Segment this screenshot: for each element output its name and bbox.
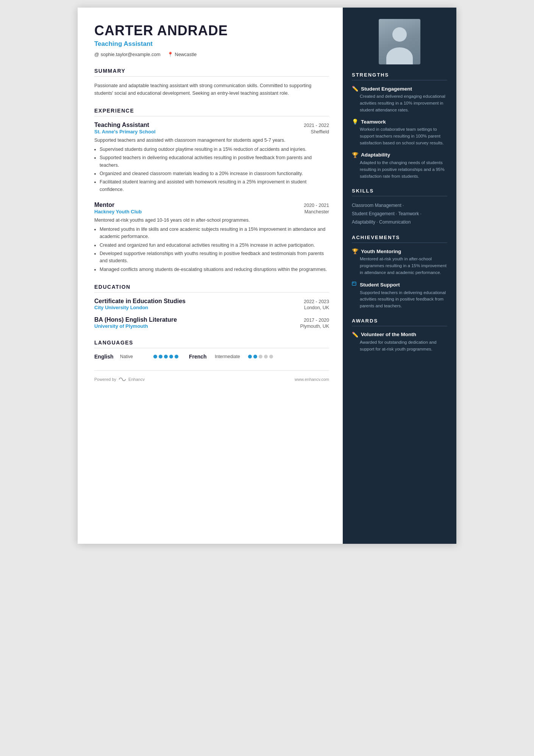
achievement-header-1: 🏆 Youth Mentoring [352, 248, 447, 254]
exp-dates-2: 2020 - 2021 [304, 203, 329, 208]
edu-dates-1: 2022 - 2023 [304, 299, 329, 304]
education-title: EDUCATION [94, 284, 329, 290]
education-divider [94, 292, 329, 293]
location-contact: 📍 Newcastle [167, 52, 197, 57]
achievements-title: ACHIEVEMENTS [352, 235, 447, 240]
strength-header-3: 🏆 Adaptability [352, 152, 447, 158]
email-icon: @ [94, 52, 99, 57]
experience-section: EXPERIENCE Teaching Assistant 2021 - 202… [94, 108, 329, 273]
strength-title-1: Student Engagement [361, 86, 412, 92]
dot-f1 [248, 355, 252, 358]
exp-location-2: Manchester [304, 209, 329, 214]
achievement-title-2: Student Support [360, 282, 400, 288]
summary-divider [94, 76, 329, 77]
skills-title: SKILLS [352, 188, 447, 194]
languages-row: English Native French Intermediate [94, 354, 329, 360]
achievement-title-1: Youth Mentoring [361, 249, 401, 254]
strength-title-2: Teamwork [361, 119, 386, 125]
exp-desc-2: Mentored at-risk youths aged 10-16 years… [94, 217, 329, 224]
footer-url: www.enhancv.com [295, 377, 329, 382]
award-icon-1: ✏️ [352, 332, 358, 338]
edu-degree-1: Certificate in Education Studies [94, 298, 186, 305]
edu-dates-2: 2017 - 2020 [304, 318, 329, 323]
strength-icon-3: 🏆 [352, 152, 358, 158]
skill-5: Communication [379, 219, 411, 225]
skill-3: Teamwork [398, 211, 419, 216]
languages-title: LANGUAGES [94, 340, 329, 346]
dot-3 [164, 355, 168, 358]
edu-school-row-2: University of Plymouth Plymouth, UK [94, 323, 329, 329]
skill-sep-4: · [375, 219, 379, 225]
exp-header-1: Teaching Assistant 2021 - 2022 [94, 122, 329, 128]
enhancv-logo-icon [119, 377, 126, 382]
strengths-title: STRENGTHS [352, 72, 447, 78]
achievement-item-1: 🏆 Youth Mentoring Mentored at-risk youth… [352, 248, 447, 276]
achievement-icon-2 [352, 282, 357, 288]
strength-title-3: Adaptability [361, 152, 390, 158]
exp-bullet-1-3: Organized and cleaned classroom material… [100, 170, 329, 177]
candidate-name: CARTER ANDRADE [94, 23, 329, 39]
svg-rect-0 [352, 282, 356, 285]
language-english: English Native [94, 354, 178, 360]
powered-by: Powered by Enhancv [94, 377, 145, 382]
skill-1: Classroom Management [352, 203, 401, 208]
strength-header-1: ✏️ Student Engagement [352, 86, 447, 92]
page-footer: Powered by Enhancv www.enhancv.com [94, 370, 329, 382]
skill-2: Student Engagement [352, 211, 395, 216]
awards-divider [352, 326, 447, 326]
skill-sep-3: · [419, 211, 422, 216]
lang-dots-french [248, 355, 273, 358]
exp-company-1: St. Anne's Primary School [94, 129, 156, 135]
email-contact: @ sophie.taylor@example.com [94, 52, 161, 57]
edu-header-1: Certificate in Education Studies 2022 - … [94, 298, 329, 305]
location-value: Newcastle [175, 52, 197, 57]
resume-wrapper: CARTER ANDRADE Teaching Assistant @ soph… [78, 8, 456, 544]
summary-text: Passionate and adaptable teaching assist… [94, 82, 329, 97]
left-column: CARTER ANDRADE Teaching Assistant @ soph… [78, 8, 343, 544]
edu-school-2: University of Plymouth [94, 323, 148, 329]
exp-header-2: Mentor 2020 - 2021 [94, 202, 329, 208]
dot-f2 [253, 355, 257, 358]
awards-section: AWARDS ✏️ Volunteer of the Month Awarded… [352, 318, 447, 353]
dot-f4 [264, 355, 268, 358]
skill-sep-1: · [401, 203, 404, 208]
strength-item-1: ✏️ Student Engagement Created and delive… [352, 86, 447, 113]
exp-bullet-2-3: Developed supportive relationships with … [100, 250, 329, 265]
experience-entry-1: Teaching Assistant 2021 - 2022 St. Anne'… [94, 122, 329, 193]
skill-4: Adaptability [352, 219, 375, 225]
edu-header-2: BA (Hons) English Literature 2017 - 2020 [94, 316, 329, 323]
award-title-1: Volunteer of the Month [361, 332, 416, 337]
awards-title: AWARDS [352, 318, 447, 324]
email-value: sophie.taylor@example.com [101, 52, 161, 57]
exp-bullet-1-4: Facilitated student learning and assiste… [100, 178, 329, 193]
education-section: EDUCATION Certificate in Education Studi… [94, 284, 329, 329]
experience-title: EXPERIENCE [94, 108, 329, 114]
dot-4 [169, 355, 173, 358]
edu-school-row-1: City University London London, UK [94, 305, 329, 310]
achievement-item-2: Student Support Supported teachers in de… [352, 282, 447, 310]
exp-role-2: Mentor [94, 202, 114, 208]
achievement-icon-1: 🏆 [352, 248, 358, 254]
summary-section: SUMMARY Passionate and adaptable teachin… [94, 68, 329, 97]
strength-desc-3: Adapted to the changing needs of student… [352, 160, 447, 180]
achievement-desc-2: Supported teachers in delivering educati… [352, 290, 447, 310]
lang-name-english: English [94, 354, 117, 360]
achievement-header-2: Student Support [352, 282, 447, 288]
strength-header-2: 💡 Teamwork [352, 119, 447, 125]
photo-container [343, 8, 456, 68]
skill-sep-2: · [395, 211, 398, 216]
education-entry-1: Certificate in Education Studies 2022 - … [94, 298, 329, 310]
exp-desc-1: Supported teachers and assisted with cla… [94, 137, 329, 144]
exp-company-row-2: Hackney Youth Club Manchester [94, 209, 329, 214]
candidate-title: Teaching Assistant [94, 40, 329, 48]
edu-location-1: London, UK [304, 305, 329, 310]
skills-divider [352, 196, 447, 196]
achievements-section: ACHIEVEMENTS 🏆 Youth Mentoring Mentored … [352, 235, 447, 310]
languages-divider [94, 348, 329, 348]
exp-company-2: Hackney Youth Club [94, 209, 142, 214]
strengths-divider [352, 80, 447, 80]
languages-section: LANGUAGES English Native French [94, 340, 329, 360]
edu-school-1: City University London [94, 305, 148, 310]
exp-bullet-1-2: Supported teachers in delivering educati… [100, 154, 329, 169]
dot-2 [159, 355, 162, 358]
